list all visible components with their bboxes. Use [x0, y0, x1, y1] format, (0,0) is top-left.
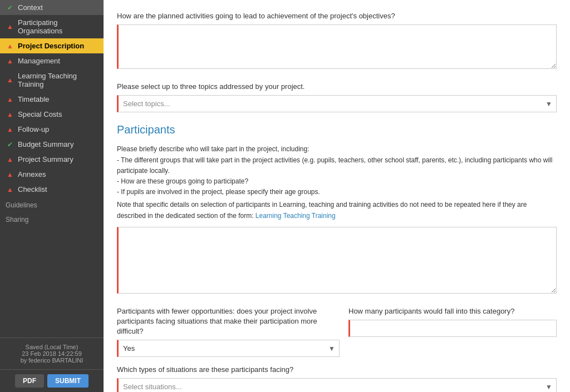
sidebar-item-project-description[interactable]: ▲Project Description [0, 38, 104, 53]
fewer-opportunities-col: Participants with fewer opportunities: d… [117, 306, 340, 358]
sidebar-item-budget-summary[interactable]: ✔Budget Summary [0, 137, 104, 152]
warn-icon: ▲ [6, 156, 14, 163]
sidebar-item-management[interactable]: ▲Management [0, 53, 104, 68]
warn-icon: ▲ [6, 42, 14, 50]
fewer-opportunities-select[interactable]: YesNo [117, 340, 340, 357]
sidebar: ✔Context▲Participating Organisations▲Pro… [0, 0, 104, 392]
planned-activities-label: How are the planned activities going to … [117, 11, 557, 21]
warn-icon: ▲ [6, 96, 14, 103]
planned-activities-textarea[interactable] [117, 24, 557, 69]
sidebar-footer: Saved (Local Time)23 Feb 2018 14:22:59by… [0, 338, 104, 369]
topics-select[interactable]: Select topics... [117, 95, 557, 112]
sidebar-item-label: Annexes [18, 170, 46, 178]
topics-block: Please select up to three topics address… [117, 82, 557, 112]
warn-icon: ▲ [6, 186, 14, 193]
sidebar-item-label: Learning Teaching Training [18, 72, 98, 88]
sidebar-item-label: Project Summary [18, 155, 73, 163]
main-content: How are the planned activities going to … [104, 0, 570, 392]
sidebar-buttons: PDF SUBMIT [0, 369, 104, 392]
pdf-button[interactable]: PDF [15, 374, 44, 388]
how-many-input[interactable] [348, 320, 557, 337]
sidebar-item-label: Context [18, 3, 43, 12]
check-icon: ✔ [6, 4, 14, 12]
fewer-opportunities-label: Participants with fewer opportunities: d… [117, 306, 340, 337]
sidebar-item-special-costs[interactable]: ▲Special Costs [0, 107, 104, 122]
warn-icon: ▲ [6, 57, 14, 65]
situations-select-wrap: Select situations... ▼ [117, 378, 557, 392]
sidebar-item-label: Project Description [18, 42, 84, 50]
sidebar-item-label: Management [18, 57, 60, 65]
sidebar-item-label: Checklist [18, 185, 47, 193]
sidebar-item-label: Budget Summary [18, 140, 73, 148]
ltt-link[interactable]: Learning Teaching Training [255, 212, 336, 220]
sidebar-item-checklist[interactable]: ▲Checklist [0, 182, 104, 197]
sidebar-link-sharing[interactable]: Sharing [0, 211, 104, 226]
situations-label: Which types of situations are these part… [117, 365, 557, 375]
planned-activities-block: How are the planned activities going to … [117, 11, 557, 71]
sidebar-item-participating-organisations[interactable]: ▲Participating Organisations [0, 15, 104, 38]
participants-note: Please briefly describe who will take pa… [117, 144, 557, 221]
sidebar-item-follow-up[interactable]: ▲Follow-up [0, 122, 104, 137]
situations-select[interactable]: Select situations... [117, 378, 557, 392]
warn-icon: ▲ [6, 171, 14, 178]
check-icon: ✔ [6, 141, 14, 148]
topics-select-wrap: Select topics... ▼ [117, 95, 557, 112]
fewer-opportunities-row: Participants with fewer opportunities: d… [117, 306, 557, 358]
sidebar-item-timetable[interactable]: ▲Timetable [0, 92, 104, 107]
warn-icon: ▲ [6, 23, 14, 31]
sidebar-link-guidelines[interactable]: Guidelines [0, 197, 104, 211]
how-many-col: How many participants would fall into th… [348, 306, 557, 337]
warn-icon: ▲ [6, 126, 14, 133]
warn-icon: ▲ [6, 111, 14, 118]
warn-icon: ▲ [6, 76, 14, 84]
topics-label: Please select up to three topics address… [117, 82, 557, 92]
fewer-opportunities-select-wrap: YesNo ▼ [117, 340, 340, 357]
sidebar-item-label: Follow-up [18, 125, 49, 133]
participants-heading: Participants [117, 123, 557, 136]
sidebar-item-context[interactable]: ✔Context [0, 0, 104, 15]
sidebar-item-label: Special Costs [18, 110, 62, 118]
participants-desc-block [117, 227, 557, 295]
sidebar-item-label: Timetable [18, 95, 50, 103]
sidebar-item-label: Participating Organisations [18, 18, 98, 35]
sidebar-item-annexes[interactable]: ▲Annexes [0, 167, 104, 182]
participants-desc-textarea[interactable] [117, 227, 557, 294]
situations-block: Which types of situations are these part… [117, 365, 557, 392]
sidebar-item-project-summary[interactable]: ▲Project Summary [0, 152, 104, 167]
sidebar-item-learning-teaching-training[interactable]: ▲Learning Teaching Training [0, 68, 104, 92]
how-many-label: How many participants would fall into th… [348, 306, 557, 316]
submit-button[interactable]: SUBMIT [47, 374, 89, 388]
